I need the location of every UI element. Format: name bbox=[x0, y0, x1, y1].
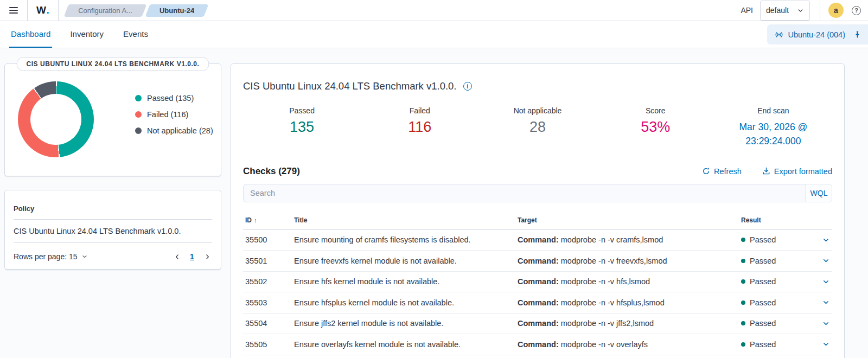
result-label: Passed bbox=[750, 298, 776, 307]
info-icon[interactable]: i bbox=[463, 82, 472, 91]
tab[interactable]: Inventory bbox=[68, 21, 105, 48]
check-id: 35500 bbox=[243, 235, 292, 244]
checks-table: ID↑ Title Target Result 35500 Ensure mou… bbox=[243, 210, 832, 355]
check-title: Ensure freevxfs kernel module is not ava… bbox=[292, 257, 515, 265]
stat-label: Failed bbox=[361, 106, 478, 115]
table-row[interactable]: 35502 Ensure hfs kernel module is not av… bbox=[243, 272, 832, 293]
pinned-agent-button[interactable]: Ubuntu-24 (004) bbox=[767, 24, 868, 44]
rows-per-page-button[interactable]: Rows per page: 15 bbox=[14, 252, 88, 261]
expand-row-button[interactable] bbox=[809, 319, 832, 328]
export-icon bbox=[762, 167, 770, 175]
previous-page-button[interactable] bbox=[172, 250, 182, 263]
benchmark-detail-card: CIS Ubuntu Linux 24.04 LTS Benchmark v1.… bbox=[231, 63, 845, 358]
column-header-title[interactable]: Title bbox=[292, 216, 515, 224]
check-target: Command:modprobe -n -v hfs,lsmod bbox=[515, 277, 739, 286]
next-page-button[interactable] bbox=[202, 250, 212, 263]
check-target: Command:modprobe -n -v hfsplus,lsmod bbox=[515, 298, 739, 307]
api-selector[interactable]: default bbox=[760, 1, 810, 21]
hamburger-icon bbox=[9, 7, 18, 8]
sort-ascending-icon: ↑ bbox=[254, 217, 257, 223]
table-actions: Refresh Export formatted bbox=[702, 167, 832, 176]
refresh-icon bbox=[702, 167, 710, 175]
dashboard-content: CIS UBUNTU LINUX 24.04 LTS BENCHMARK V1.… bbox=[0, 48, 868, 358]
check-id: 35502 bbox=[243, 277, 292, 286]
benchmark-badge: CIS UBUNTU LINUX 24.04 LTS BENCHMARK V1.… bbox=[17, 57, 209, 71]
check-result: Passed bbox=[739, 257, 809, 265]
check-result: Passed bbox=[739, 340, 809, 349]
api-label: API bbox=[741, 6, 753, 15]
help-icon[interactable]: ? bbox=[852, 6, 861, 15]
result-label: Passed bbox=[750, 277, 776, 286]
search-input[interactable] bbox=[244, 184, 806, 202]
policy-row[interactable]: CIS Ubuntu Linux 24.04 LTS Benchmark v1.… bbox=[14, 220, 212, 243]
stat-value: 135 bbox=[243, 119, 361, 136]
refresh-button[interactable]: Refresh bbox=[702, 167, 742, 176]
chevron-down-icon bbox=[822, 278, 830, 286]
breadcrumb-item[interactable]: Configuration A... bbox=[66, 4, 144, 17]
table-row[interactable]: 35500 Ensure mounting of cramfs filesyst… bbox=[243, 230, 832, 251]
tab[interactable]: Dashboard bbox=[9, 21, 52, 48]
expand-row-button[interactable] bbox=[809, 236, 832, 244]
expand-row-button[interactable] bbox=[809, 278, 832, 286]
check-target: Command:modprobe -n -v overlayfs bbox=[515, 340, 739, 349]
check-title: Ensure hfs kernel module is not availabl… bbox=[292, 277, 515, 286]
hamburger-menu-button[interactable] bbox=[0, 0, 27, 21]
expand-row-button[interactable] bbox=[809, 257, 832, 265]
checks-heading: Checks (279) bbox=[243, 166, 300, 177]
module-tabs: Dashboard Inventory Events Ubuntu-24 (00… bbox=[0, 21, 868, 48]
chevron-right-icon bbox=[204, 253, 211, 260]
api-selected-value: default bbox=[766, 6, 789, 15]
stat-value: 53% bbox=[597, 119, 714, 136]
breadcrumb-item[interactable]: Ubuntu-24 bbox=[148, 4, 206, 17]
check-result: Passed bbox=[739, 277, 809, 286]
table-row[interactable]: 35503 Ensure hfsplus kernel module is no… bbox=[243, 292, 832, 314]
column-header-result[interactable]: Result bbox=[739, 216, 809, 224]
search-bar: WQL bbox=[243, 184, 832, 202]
result-label: Passed bbox=[750, 257, 776, 265]
wazuh-app: W. Configuration A... Ubuntu-24 API defa… bbox=[0, 0, 868, 358]
chevron-down-icon bbox=[822, 319, 830, 328]
wazuh-logo[interactable]: W. bbox=[28, 4, 58, 16]
stat: Passed 135 bbox=[243, 106, 361, 149]
result-label: Passed bbox=[750, 319, 776, 328]
legend-item[interactable]: Not applicable (28) bbox=[135, 126, 213, 135]
expand-row-button[interactable] bbox=[809, 298, 832, 306]
stat-label: End scan bbox=[714, 106, 832, 115]
legend-dot bbox=[135, 111, 142, 118]
check-target: Command:modprobe -n -v freevxfs,lsmod bbox=[515, 257, 739, 265]
wql-button[interactable]: WQL bbox=[806, 184, 832, 202]
legend-item[interactable]: Failed (116) bbox=[135, 110, 213, 119]
legend-item[interactable]: Passed (135) bbox=[135, 94, 213, 103]
table-row[interactable]: 35505 Ensure overlayfs kernel module is … bbox=[243, 334, 832, 355]
stat: Not applicable 28 bbox=[478, 106, 596, 149]
column-header-target[interactable]: Target bbox=[515, 216, 739, 224]
chevron-down-icon bbox=[797, 7, 804, 14]
check-result: Passed bbox=[739, 298, 809, 307]
avatar[interactable]: a bbox=[828, 3, 844, 18]
legend-dot bbox=[135, 95, 142, 101]
page-number-button[interactable]: 1 bbox=[186, 250, 198, 263]
tab[interactable]: Events bbox=[122, 21, 150, 48]
legend-label: Passed (135) bbox=[147, 94, 194, 103]
export-formatted-button[interactable]: Export formatted bbox=[762, 167, 832, 176]
check-title: Ensure mounting of cramfs filesystems is… bbox=[292, 235, 515, 244]
table-row[interactable]: 35501 Ensure freevxfs kernel module is n… bbox=[243, 251, 832, 272]
result-status-dot bbox=[741, 259, 745, 263]
column-header-id[interactable]: ID↑ bbox=[243, 216, 292, 224]
check-id: 35503 bbox=[243, 298, 292, 307]
pin-icon[interactable] bbox=[853, 30, 861, 39]
policy-column-header[interactable]: Policy bbox=[14, 190, 212, 220]
check-id: 35504 bbox=[243, 319, 292, 328]
result-status-dot bbox=[741, 342, 745, 347]
table-row[interactable]: 35504 Ensure jffs2 kernel module is not … bbox=[243, 314, 832, 335]
policy-card-footer: Rows per page: 15 1 bbox=[14, 243, 212, 263]
check-id: 35505 bbox=[243, 340, 292, 349]
checks-toolbar: Checks (279) Refresh Export formatted bbox=[243, 166, 832, 177]
main-title-row: CIS Ubuntu Linux 24.04 LTS Benchmark v1.… bbox=[243, 80, 832, 92]
stat-value: Mar 30, 2026 @ 23:29:24.000 bbox=[730, 120, 816, 149]
result-status-dot bbox=[741, 301, 745, 305]
check-title: Ensure jffs2 kernel module is not availa… bbox=[292, 319, 515, 328]
stat: Score 53% bbox=[597, 106, 714, 149]
expand-row-button[interactable] bbox=[809, 340, 832, 348]
stats-row: Passed 135 Failed 116 Not applicable 28 bbox=[243, 106, 832, 149]
